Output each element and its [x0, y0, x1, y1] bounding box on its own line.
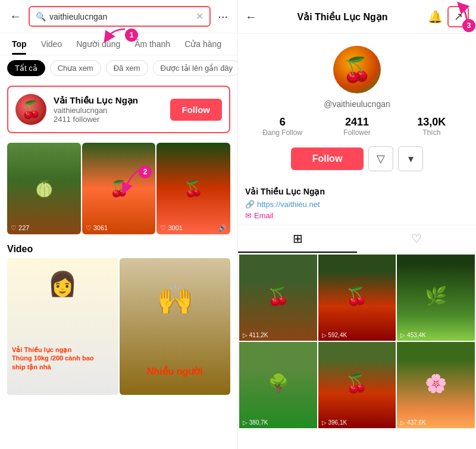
annotation-number-1: 1 [125, 29, 138, 42]
stat-followers-label: Follower [324, 128, 389, 137]
filter-tatca[interactable]: Tất cả [7, 60, 45, 76]
bio-name: Vải Thiều Lục Ngạn [245, 187, 469, 196]
annotation-number-2: 2 [139, 165, 152, 178]
bio-link[interactable]: 🔗 https://vaithieu.net [245, 200, 469, 209]
right-video-grid: 🍒 ▷ 411,2K 🍒 ▷ 592,4K 🌿 ▷ 453,4K 🌳 ▷ 380… [238, 253, 476, 429]
back-button[interactable]: ← [7, 7, 24, 26]
content-tabs: ⊞ ♡ [238, 225, 476, 253]
tab-cuahang[interactable]: Cửa hàng [177, 33, 228, 55]
user-name: Vải Thiều Lục Ngạn [54, 95, 163, 106]
rv6-count: ▷ 437,6K [400, 419, 425, 426]
stat-likes: 13,0K Thích [394, 116, 469, 137]
profile-avatar: 🍒 [333, 46, 381, 93]
tab-top[interactable]: Top [5, 33, 34, 55]
right-panel: ← Vải Thiều Lục Ngạn 🔔 ↗ 3 🍒 @vaithieulu… [238, 0, 476, 449]
filter-chuaxem[interactable]: Chưa xem [50, 60, 101, 76]
rv3-leaf: 🌿 [425, 285, 447, 306]
content-tab-liked[interactable]: ♡ [357, 225, 476, 253]
filter-daxem[interactable]: Đã xem [106, 60, 148, 76]
profile-section: 🍒 @vaithieulucngan 6 Đang Follow 2411 Fo… [238, 34, 476, 187]
right-back-button[interactable]: ← [245, 10, 257, 24]
stat-likes-value: 13,0K [399, 116, 464, 128]
video-like-3: ♡ 3001 [160, 224, 183, 232]
video-bottom-2[interactable]: 🙌 Nhiều người [120, 258, 231, 395]
rv5-fruit: 🍒 [346, 373, 368, 394]
stat-followers: 2411 Follower [320, 116, 394, 137]
filter-icon: ▽ [377, 152, 385, 165]
filter-button[interactable]: ▽ [368, 146, 393, 171]
search-clear-button[interactable]: ✕ [196, 11, 203, 22]
bio-link-text[interactable]: https://vaithieu.net [257, 200, 320, 209]
video-fruit-3: 🍒 [184, 180, 203, 198]
right-video-6[interactable]: 🌸 ▷ 437,6K [397, 342, 475, 428]
email-icon: ✉ [245, 211, 252, 220]
right-title: Vải Thiều Lục Ngạn [262, 11, 423, 23]
stats-row: 6 Đang Follow 2411 Follower 13,0K Thích [245, 116, 469, 137]
video-like-1: ♡ 227 [11, 224, 29, 232]
video-like-2: ♡ 3061 [86, 224, 108, 232]
stat-following-value: 6 [250, 116, 315, 128]
annotation-3: 3 [449, 0, 476, 32]
stat-likes-label: Thích [399, 128, 464, 137]
right-video-1[interactable]: 🍒 ▷ 411,2K [239, 255, 317, 341]
video-section-label: Video [0, 239, 237, 258]
right-header: ← Vải Thiều Lục Ngạn 🔔 ↗ 3 [238, 0, 476, 34]
video-bottom-text-2: Nhiều người [124, 366, 226, 377]
content-tab-grid[interactable]: ⊞ [238, 225, 357, 253]
rv6-fruit: 🌸 [425, 373, 447, 394]
grid-icon: ⊞ [293, 232, 303, 245]
rv3-count: ▷ 453,4K [400, 332, 425, 338]
stat-followers-value: 2411 [324, 116, 389, 128]
tab-video[interactable]: Video [34, 33, 70, 55]
user-info: Vải Thiều Lục Ngạn vaithieulucngan 2411 … [54, 95, 163, 124]
filter-row: Tất cả Chưa xem Đã xem Được tải lên gần … [0, 55, 237, 81]
video-fruit-1: 🍈 [35, 180, 54, 198]
video-person-emoji: 👩 [48, 270, 77, 298]
bell-button[interactable]: 🔔 [428, 10, 443, 24]
stat-following: 6 Đang Follow [245, 116, 320, 137]
rv5-count: ▷ 396,1K [322, 419, 347, 426]
profile-follow-button[interactable]: Follow [291, 147, 364, 170]
rv2-count: ▷ 592,4K [322, 332, 347, 338]
bio-email[interactable]: ✉ Email [245, 211, 469, 220]
rv2-fruit: 🍒 [346, 285, 368, 306]
video-bottom-text-1: Vải Thiều lục ngạn Thùng 10kg /200 cành … [12, 346, 114, 371]
left-panel: ← 🔍 vaithieulucngan ✕ ··· 1 Top Video Ng… [0, 0, 238, 449]
video-hands-emoji: 🙌 [156, 282, 193, 316]
link-icon: 🔗 [245, 200, 255, 209]
user-followers: 2411 follower [54, 115, 163, 124]
right-video-5[interactable]: 🍒 ▷ 396,1K [318, 342, 396, 428]
search-icon: 🔍 [36, 12, 46, 21]
heart-icon: ♡ [411, 232, 422, 245]
profile-handle: @vaithieulucngan [324, 99, 390, 109]
annotation-1: 1 [101, 26, 138, 44]
search-bar[interactable]: 🔍 vaithieulucngan ✕ [29, 6, 211, 27]
dropdown-icon: ▾ [408, 152, 414, 165]
annotation-number-3: 3 [462, 19, 475, 32]
action-row: Follow ▽ ▾ [291, 146, 424, 171]
video-thumb-1[interactable]: 🍈 ♡ 227 [7, 143, 81, 234]
right-video-2[interactable]: 🍒 ▷ 592,4K [318, 255, 396, 341]
bio-email-text[interactable]: Email [254, 211, 274, 220]
search-input-value[interactable]: vaithieulucngan [49, 12, 192, 21]
video-bottom-1[interactable]: 👩 Vải Thiều lục ngạn Thùng 10kg /200 càn… [7, 258, 118, 395]
video-sound-icon: 🔊 [218, 224, 227, 232]
rv4-fruit: 🌳 [267, 373, 289, 394]
user-avatar: 🍒 [15, 94, 46, 125]
profile-avatar-emoji: 🍒 [342, 56, 372, 84]
video-grid-bottom: 👩 Vải Thiều lục ngạn Thùng 10kg /200 càn… [0, 258, 237, 395]
right-video-3[interactable]: 🌿 ▷ 453,4K [397, 255, 475, 341]
user-result-card[interactable]: 🍒 Vải Thiều Lục Ngạn vaithieulucngan 241… [7, 86, 230, 133]
video-thumb-3[interactable]: 🍒 ♡ 3001 🔊 [156, 143, 230, 234]
filter-recent[interactable]: Được tải lên gần đây [153, 60, 238, 76]
follow-button[interactable]: Follow [170, 99, 223, 121]
rv1-count: ▷ 411,2K [243, 332, 268, 338]
more-button[interactable]: ··· [215, 7, 230, 26]
stat-following-label: Đang Follow [250, 128, 315, 137]
user-handle: vaithieulucngan [54, 106, 163, 115]
avatar-fruit: 🍒 [15, 94, 46, 125]
dropdown-button[interactable]: ▾ [398, 146, 423, 171]
annotation-2: 2 [116, 165, 152, 197]
rv4-count: ▷ 380,7K [243, 419, 268, 426]
right-video-4[interactable]: 🌳 ▷ 380,7K [239, 342, 317, 428]
